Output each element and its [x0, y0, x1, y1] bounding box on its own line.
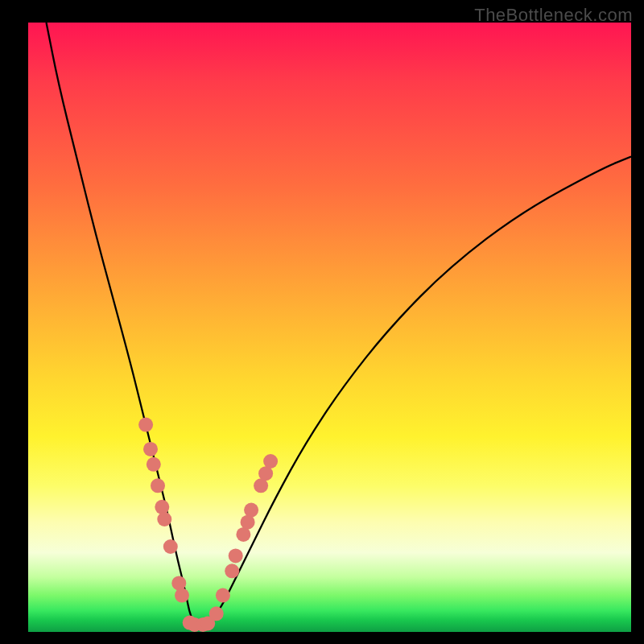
- sample-dot: [138, 418, 153, 432]
- sample-dot: [225, 564, 239, 578]
- sample-dot: [151, 478, 165, 493]
- sample-dot: [263, 454, 278, 469]
- curve-layer: [28, 23, 631, 632]
- bottleneck-curve: [47, 23, 632, 625]
- sample-dot: [163, 539, 178, 554]
- sample-dot: [157, 512, 171, 526]
- sample-dots-group: [138, 418, 278, 632]
- sample-dot: [143, 442, 158, 456]
- sample-dot: [244, 503, 258, 518]
- sample-dot: [209, 606, 224, 621]
- plot-area: [28, 23, 631, 632]
- sample-dot: [175, 588, 189, 603]
- sample-dot: [155, 500, 169, 514]
- sample-dot: [229, 548, 243, 563]
- watermark-text: TheBottleneck.com: [474, 5, 633, 26]
- sample-dot: [147, 457, 161, 472]
- sample-dot: [171, 576, 186, 590]
- chart-frame: TheBottleneck.com: [0, 0, 644, 644]
- sample-dot: [216, 588, 230, 603]
